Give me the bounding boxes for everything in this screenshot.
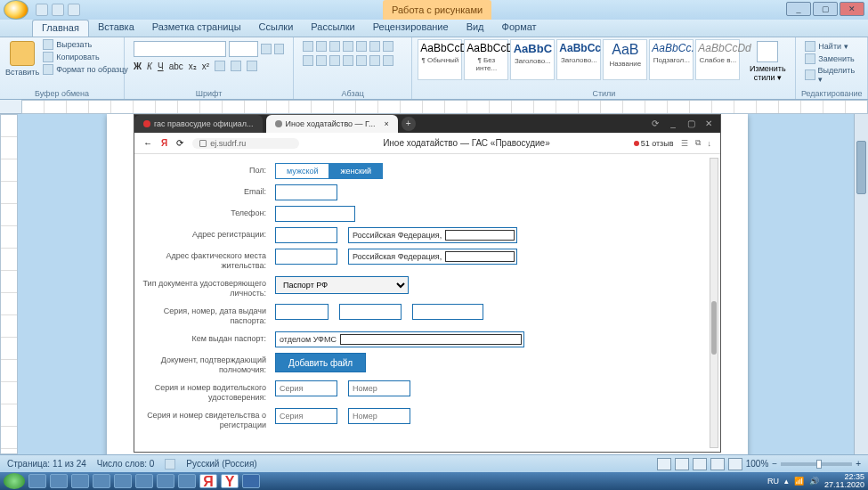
reg-address-input[interactable]: Российская Федерация,	[348, 227, 517, 243]
new-tab-button[interactable]: +	[402, 117, 416, 131]
paste-button[interactable]: Вставить	[5, 39, 39, 77]
bold-button[interactable]: Ж	[134, 61, 142, 71]
task-yandex-browser-icon[interactable]: Y	[221, 474, 239, 488]
address-bar[interactable]: ej.sudrf.ru	[192, 138, 299, 149]
task-ie-icon[interactable]	[50, 474, 68, 488]
select-button[interactable]: Выделить ▾	[805, 66, 858, 84]
spellcheck-icon[interactable]	[165, 459, 175, 470]
fact-address-input[interactable]: Российская Федерация,	[348, 249, 517, 265]
browser-tab-1[interactable]: гас правосудие официал...	[134, 115, 263, 133]
tab-mailings[interactable]: Рассылки	[302, 20, 363, 37]
font-family-select[interactable]	[134, 41, 226, 57]
word-vertical-scrollbar[interactable]	[854, 114, 868, 454]
doc-type-select[interactable]: Паспорт РФ	[275, 276, 409, 294]
grow-font-icon[interactable]	[261, 44, 271, 54]
style-heading1[interactable]: AaBbCЗаголово...	[510, 39, 555, 80]
zoom-in-button[interactable]: +	[856, 459, 861, 469]
cut-button[interactable]: Вырезать	[43, 39, 128, 50]
status-language[interactable]: Русский (Россия)	[186, 459, 256, 469]
indent-dec-icon[interactable]	[343, 41, 353, 52]
tray-volume-icon[interactable]: 🔊	[809, 477, 819, 486]
view-outline-icon[interactable]	[710, 458, 725, 470]
zoom-out-button[interactable]: −	[772, 459, 777, 469]
gender-male-option[interactable]: мужской	[275, 163, 329, 179]
browser-close-icon[interactable]: ✕	[702, 118, 715, 130]
nav-reload-icon[interactable]: ⟳	[176, 138, 183, 148]
task-yandex-icon[interactable]: Я	[199, 474, 217, 488]
window-restore-button[interactable]: ▢	[813, 2, 838, 16]
view-web-layout-icon[interactable]	[693, 458, 707, 470]
bookmark-icon[interactable]: ☰	[681, 139, 688, 148]
status-word-count[interactable]: Число слов: 0	[97, 459, 154, 469]
line-spacing-icon[interactable]	[356, 55, 367, 66]
passport-series-input[interactable]	[275, 304, 329, 320]
show-marks-icon[interactable]	[383, 41, 393, 52]
gender-toggle[interactable]: мужской женский	[275, 163, 383, 179]
numbering-icon[interactable]	[316, 41, 327, 52]
email-input[interactable]	[275, 184, 337, 200]
browser-void-icon[interactable]: ⟳	[649, 118, 661, 130]
change-styles-button[interactable]: Изменить стили ▾	[745, 39, 790, 82]
style-title[interactable]: AaBНазвание	[603, 39, 647, 80]
window-minimize-button[interactable]: _	[786, 2, 811, 16]
drv-number-input[interactable]	[348, 380, 410, 396]
view-full-screen-icon[interactable]	[675, 458, 689, 470]
gender-female-option[interactable]: женский	[329, 163, 383, 179]
task-app-icon[interactable]	[135, 474, 153, 488]
align-right-icon[interactable]	[329, 55, 340, 66]
passport-number-input[interactable]	[339, 304, 402, 320]
tab-view[interactable]: Вид	[458, 20, 493, 37]
align-center-icon[interactable]	[316, 55, 327, 66]
reg-region-input[interactable]	[275, 227, 337, 243]
fact-region-input[interactable]	[275, 249, 337, 265]
browser-min-icon[interactable]: _	[667, 118, 679, 130]
tab-insert[interactable]: Вставка	[89, 20, 143, 37]
style-subtle[interactable]: AaBbCcDdСлабое в...	[695, 39, 740, 80]
tab-page-layout[interactable]: Разметка страницы	[143, 20, 250, 37]
browser-max-icon[interactable]: ▢	[685, 118, 697, 130]
task-app-icon[interactable]	[178, 474, 196, 488]
bullets-icon[interactable]	[303, 41, 313, 52]
italic-button[interactable]: К	[147, 61, 152, 71]
horizontal-ruler[interactable]	[0, 100, 868, 114]
task-app-icon[interactable]	[114, 474, 132, 488]
extensions-icon[interactable]: ⧉	[695, 138, 701, 148]
superscript-button[interactable]: x²	[202, 61, 209, 71]
qat-undo-icon[interactable]	[52, 4, 64, 16]
phone-input[interactable]	[275, 206, 355, 222]
zoom-slider[interactable]	[781, 462, 852, 466]
format-painter-button[interactable]: Формат по образцу	[43, 64, 128, 75]
sort-icon[interactable]	[369, 41, 380, 52]
zoom-value[interactable]: 100%	[746, 459, 769, 469]
align-left-icon[interactable]	[303, 55, 313, 66]
tray-network-icon[interactable]: 📶	[794, 477, 804, 486]
task-app-icon[interactable]	[93, 474, 110, 488]
style-heading2[interactable]: AaBbCcЗаголово...	[556, 39, 601, 80]
justify-icon[interactable]	[343, 55, 353, 66]
office-button[interactable]	[4, 0, 28, 20]
text-effects-icon[interactable]	[215, 61, 225, 71]
underline-button[interactable]: Ч	[158, 61, 164, 71]
window-close-button[interactable]: ✕	[840, 2, 864, 16]
style-no-spacing[interactable]: AaBbCcDd¶ Без инте...	[464, 39, 508, 80]
tab-home[interactable]: Главная	[32, 20, 89, 37]
multilevel-icon[interactable]	[329, 41, 340, 52]
browser-tab-2[interactable]: Иное ходатайство — Г...×	[266, 115, 398, 133]
task-explorer-icon[interactable]	[28, 474, 46, 488]
subscript-button[interactable]: x₂	[189, 61, 197, 71]
font-size-select[interactable]	[229, 41, 258, 57]
tab-references[interactable]: Ссылки	[250, 20, 303, 37]
style-subtitle[interactable]: AaBbCc.Подзагол...	[649, 39, 694, 80]
tray-up-icon[interactable]: ▴	[784, 477, 789, 486]
issued-by-input[interactable]: отделом УФМС	[275, 331, 524, 347]
styles-gallery[interactable]: AaBbCcDd¶ Обычный AaBbCcDd¶ Без инте... …	[418, 39, 740, 80]
copy-button[interactable]: Копировать	[43, 52, 128, 62]
nav-back-icon[interactable]: ←	[143, 138, 152, 148]
task-chrome-icon[interactable]	[157, 474, 174, 488]
birth-number-input[interactable]	[348, 408, 410, 424]
borders-icon[interactable]	[383, 55, 393, 66]
find-button[interactable]: Найти ▾	[805, 41, 858, 52]
task-folder-icon[interactable]	[71, 474, 89, 488]
browser-scrollbar[interactable]	[710, 158, 718, 448]
add-file-button[interactable]: Добавить файл	[275, 353, 366, 372]
